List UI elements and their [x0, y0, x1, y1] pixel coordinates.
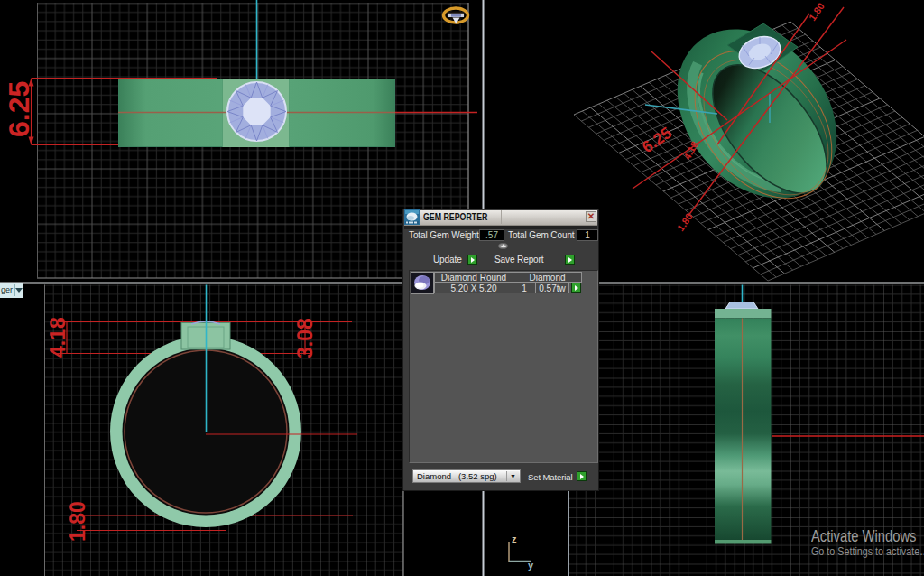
svg-text:1.80: 1.80 — [675, 211, 695, 233]
svg-text:6.25: 6.25 — [3, 81, 35, 137]
svg-text:3.08: 3.08 — [293, 318, 317, 358]
svg-text:y: y — [528, 560, 534, 571]
svg-text:1.80: 1.80 — [66, 501, 89, 542]
svg-text:z: z — [512, 534, 517, 544]
svg-text:4.18: 4.18 — [46, 317, 69, 358]
svg-text:1.80: 1.80 — [807, 1, 827, 23]
